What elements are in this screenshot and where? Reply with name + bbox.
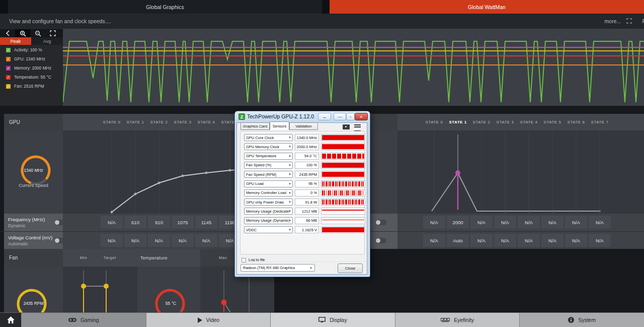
sensor-select[interactable]: Fan Speed (%)▼ [244,162,293,169]
temp-gauge-value: 55 °C [139,301,202,306]
avg-button[interactable]: Avg [31,37,63,45]
value-cell[interactable]: 2000 [447,216,469,229]
peak-button[interactable]: Peak [0,37,31,45]
sensor-row: GPU only Power Draw▼91.8 W [240,199,364,206]
sensor-select[interactable]: Fan Speed (RPM)▼ [244,171,293,178]
nav-tab-system[interactable]: System [519,313,644,327]
value-cell[interactable]: N/A [518,234,540,247]
value-cell[interactable]: N/A [589,234,611,247]
value-cell[interactable]: N/A [172,234,194,247]
sensor-select[interactable]: GPU Core Clock▼ [244,134,293,141]
fullscreen-button[interactable] [45,29,60,37]
sensor-select[interactable]: GPU Load▼ [244,180,293,187]
legend-label: Fan: 2516 RPM [14,84,44,89]
value-cell[interactable]: 910 [148,216,170,229]
value-cell[interactable]: N/A [423,216,445,229]
sensor-name: Fan Speed (RPM) [246,172,276,177]
gpuz-tab-sensors[interactable]: Sensors [270,121,289,130]
sensor-select[interactable]: VDDC▼ [244,226,293,233]
sensor-select[interactable]: GPU only Power Draw▼ [244,199,293,206]
legend-checkbox-4[interactable]: ✓ [6,84,11,89]
tab-global-graphics[interactable]: Global Graphics [8,0,322,14]
nav-tab-gaming[interactable]: Gaming [21,313,146,327]
value-cell[interactable]: 1075 [172,216,194,229]
tab-global-wattman[interactable]: Global WattMan [330,0,644,14]
fan-target-handle[interactable] [104,284,109,289]
gpuz-tab-validation[interactable]: Validation [289,122,318,130]
zoom-out-button[interactable] [30,29,45,37]
fan-gauge-value: 2435 RPM [4,301,63,306]
gpuz-maximize-button[interactable]: ▫ [346,113,355,120]
value-cell[interactable]: N/A [494,216,516,229]
legend-item: ✓Temperature: 55 °C [6,73,63,81]
sensor-name: GPU Temperature [246,154,276,158]
sensor-name: Memory Usage (Dynamic) [246,218,289,223]
gpuz-compact-button[interactable]: ↔ [318,113,331,120]
state-label: STATE 0 [423,114,446,130]
bottom-nav: GamingVideoDisplayEyefinitySystem [0,312,644,327]
value-cell[interactable]: N/A [518,216,540,229]
temp-max-handle[interactable] [221,300,227,305]
value-cell[interactable]: N/A [195,234,217,247]
sensor-value: 0 % [295,189,319,197]
zoom-in-button[interactable] [15,29,30,37]
value-cell[interactable]: 1145 [195,216,217,229]
more-link[interactable]: more... [604,18,621,24]
legend-checkbox-1[interactable]: ✓ [6,57,11,61]
sensor-graph [321,134,365,141]
menu-icon[interactable] [354,124,361,132]
back-button[interactable] [0,29,15,37]
fan-min-handle[interactable] [81,284,86,289]
gpuz-minimize-button[interactable]: — [334,113,346,120]
legend-checkbox-2[interactable]: ✓ [6,66,11,71]
memory-voltage-toggle[interactable] [375,238,386,243]
value-cell[interactable]: N/A [101,234,123,247]
value-cell[interactable]: N/A [423,234,445,247]
value-cell[interactable]: N/A [589,216,611,229]
sensor-select[interactable]: GPU Temperature▼ [244,153,293,160]
value-cell[interactable]: N/A [565,234,587,247]
home-button[interactable] [0,313,21,327]
nav-tab-video[interactable]: Video [146,313,271,327]
performance-graph [63,29,644,106]
value-cell[interactable]: N/A [101,216,123,229]
sensor-select[interactable]: GPU Memory Clock▼ [244,143,293,150]
value-cell[interactable]: 610 [124,216,146,229]
sensor-name: Memory Usage (Dedicated) [246,209,289,214]
gpu-device-select[interactable]: Radeon (TM) RX 480 Graphics ▼ [240,264,315,272]
sensor-graph-fill [322,163,364,168]
memory-state1-handle[interactable] [455,170,460,175]
sensor-select[interactable]: Memory Usage (Dynamic)▼ [244,217,293,224]
info-icon [568,317,574,323]
gpuz-tab-graphics-card[interactable]: Graphics Card [240,122,270,130]
legend-label: Temperature: 55 °C [14,75,51,80]
value-cell[interactable]: N/A [541,234,564,247]
value-cell[interactable]: N/A [470,234,493,247]
value-cell[interactable]: N/A [541,216,564,229]
sensor-graph-fill [322,172,364,177]
value-cell[interactable]: N/A [470,216,493,229]
legend-checkbox-0[interactable]: ✓ [6,48,11,52]
nav-tab-label: Display [330,317,347,323]
memory-frequency-toggle[interactable] [375,220,386,225]
legend-checkbox-3[interactable]: ✓ [6,75,11,80]
sensor-select[interactable]: Memory Usage (Dedicated)▼ [244,208,293,215]
value-cell[interactable]: N/A [124,234,146,247]
peak-avg-switch: Peak Avg [0,37,63,45]
sensor-select[interactable]: Memory Controller Load▼ [244,189,293,197]
value-cell[interactable]: N/A [565,216,587,229]
sensor-graph-fill [322,190,364,195]
sensor-value: 1.1625 V [295,226,319,233]
chevron-down-icon: ▼ [288,182,291,185]
nav-tab-display[interactable]: Display [270,313,395,327]
nav-tab-eyefinity[interactable]: Eyefinity [395,313,520,327]
value-cell[interactable]: Auto [447,234,469,247]
value-cell[interactable]: N/A [494,234,516,247]
gpuz-close-window-button[interactable]: × [355,113,368,120]
expand-icon[interactable] [626,18,632,24]
sensor-row: Fan Speed (RPM)▼2435 RPM [240,171,364,178]
monitor-icon [318,317,326,323]
value-cell[interactable]: N/A [148,234,170,247]
screenshot-icon[interactable] [343,124,350,129]
gpuz-close-button[interactable]: Close [338,264,363,273]
